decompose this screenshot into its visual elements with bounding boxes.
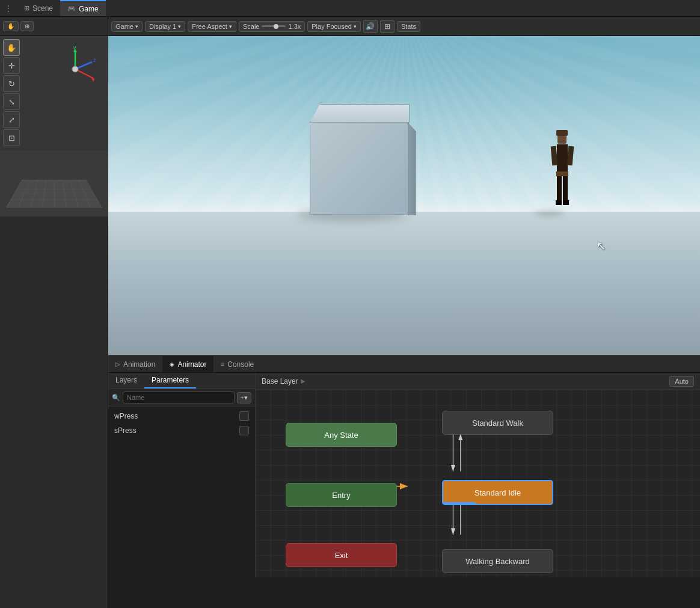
game-dropdown-arrow: ▾ <box>135 23 138 29</box>
char-foot-right <box>563 200 569 205</box>
breadcrumb-arrow: ▶ <box>301 378 305 384</box>
tab-game[interactable]: 🎮 Game <box>60 0 106 16</box>
standard-idle-node[interactable]: Standard Idle <box>442 480 553 505</box>
cube-front <box>310 121 409 215</box>
char-head <box>557 134 566 144</box>
char-hair <box>556 130 568 136</box>
scale-gizmo-btn[interactable]: ⤡ <box>3 93 20 110</box>
exit-node[interactable]: Exit <box>286 543 397 567</box>
tab-console-label: Console <box>227 360 254 369</box>
svg-marker-4 <box>91 78 95 82</box>
play-focused-dropdown[interactable]: Play Focused ▾ <box>307 21 361 32</box>
game-label: Game <box>115 23 134 30</box>
play-focused-label: Play Focused <box>312 23 352 30</box>
parameter-list: wPress sPress <box>108 407 255 440</box>
game-viewport[interactable]: ↖ <box>108 36 700 355</box>
floor-grid <box>6 180 102 207</box>
top-tab-more-scene[interactable]: ⋮ <box>0 4 17 13</box>
param-checkbox-spress[interactable] <box>239 426 249 435</box>
search-icon: 🔍 <box>112 394 120 402</box>
tab-game-label: Game <box>79 5 99 13</box>
param-item-wpress[interactable]: wPress <box>108 409 255 423</box>
aspect-label: Free Aspect <box>192 23 227 30</box>
move-gizmo-btn[interactable]: ✛ <box>3 57 20 74</box>
breadcrumb-label: Base Layer <box>262 377 298 385</box>
walking-backward-node[interactable]: Walking Backward <box>442 549 553 573</box>
scale-control: Scale 1.3x <box>239 21 305 32</box>
tab-scene[interactable]: ⊞ Scene <box>17 0 60 16</box>
animator-main: Base Layer ▶ Auto <box>256 373 700 577</box>
scale-value: 1.3x <box>288 23 301 30</box>
scene-toolbar: ✋ ⊕ <box>0 17 108 36</box>
main-layout: ✋ ⊕ ✋ ✛ ↻ ⤡ ⤢ ⊡ ⊕ y <box>0 17 700 608</box>
any-state-node[interactable]: Any State <box>286 423 397 447</box>
speaker-icon-btn[interactable]: 🔊 <box>363 20 378 33</box>
tab-animation[interactable]: ▷ Animation <box>108 356 162 372</box>
tab-scene-label: Scene <box>32 4 53 13</box>
scale-slider-thumb <box>274 24 278 29</box>
hand-tool-button[interactable]: ✋ <box>3 21 19 31</box>
sidebar-tab-layers[interactable]: Layers <box>108 373 144 388</box>
cube-top <box>310 104 410 123</box>
grid-icon-btn[interactable]: ⊞ <box>380 20 395 33</box>
tab-animation-label: Animation <box>123 360 155 369</box>
animation-tab-icon: ▷ <box>115 361 120 367</box>
expand-gizmo-btn[interactable]: ⤢ <box>3 111 20 128</box>
scene-panel: ✋ ⊕ ✋ ✛ ↻ ⤡ ⤢ ⊡ ⊕ y <box>0 17 108 608</box>
char-feet <box>556 200 569 205</box>
bottom-panel: ▷ Animation ◈ Animator ≡ Console <box>108 355 700 577</box>
scene-nav-area <box>0 150 108 216</box>
aspect-dropdown-arrow: ▾ <box>229 23 232 29</box>
scale-label: Scale <box>243 23 260 30</box>
scale-slider[interactable] <box>262 25 286 27</box>
cube-right <box>408 122 416 215</box>
axis-gizmo: y z <box>51 45 99 93</box>
add-param-button[interactable]: +▾ <box>237 392 251 404</box>
entry-node[interactable]: Entry <box>286 483 397 507</box>
character <box>548 134 576 218</box>
game-toolbar: Game ▾ Display 1 ▾ Free Aspect ▾ Scale 1… <box>108 17 700 36</box>
rotate-tool-button[interactable]: ⊕ <box>20 21 34 31</box>
state-machine-canvas[interactable]: Any State Entry Exit <box>256 390 700 577</box>
tab-console[interactable]: ≡ Console <box>213 356 261 372</box>
char-legs <box>557 176 568 200</box>
animator-search-row: 🔍 +▾ <box>108 389 255 407</box>
svg-text:z: z <box>93 57 96 63</box>
param-item-spress[interactable]: sPress <box>108 423 255 438</box>
animator-breadcrumb: Base Layer ▶ Auto <box>256 373 700 390</box>
display-dropdown[interactable]: Display 1 ▾ <box>145 21 185 32</box>
char-arm-right <box>566 146 574 166</box>
char-leg-right <box>563 176 568 200</box>
viewport-bottom-container: ↖ ▷ Animation ◈ Animator ≡ Consol <box>108 36 700 608</box>
right-content: Game ▾ Display 1 ▾ Free Aspect ▾ Scale 1… <box>108 17 700 608</box>
play-focused-arrow: ▾ <box>354 23 357 29</box>
svg-text:y: y <box>73 45 76 51</box>
svg-point-7 <box>72 66 78 72</box>
stats-button[interactable]: Stats <box>397 21 420 32</box>
auto-button[interactable]: Auto <box>669 376 694 387</box>
display-dropdown-arrow: ▾ <box>178 23 181 29</box>
char-leg-left <box>557 176 562 200</box>
hand-gizmo-btn[interactable]: ✋ <box>3 39 20 56</box>
bottom-tab-bar: ▷ Animation ◈ Animator ≡ Console <box>108 356 700 373</box>
idle-progress <box>443 502 476 504</box>
ground-plane <box>108 212 700 355</box>
game-tab-icon: 🎮 <box>67 5 76 13</box>
game-dropdown[interactable]: Game ▾ <box>111 21 143 32</box>
param-search-input[interactable] <box>123 392 235 404</box>
tab-animator[interactable]: ◈ Animator <box>162 356 213 372</box>
animator-layout: Layers Parameters 🔍 +▾ <box>108 373 700 577</box>
gizmo-area: ✋ ✛ ↻ ⤡ ⤢ ⊡ ⊕ y z <box>0 36 108 216</box>
aspect-dropdown[interactable]: Free Aspect ▾ <box>188 21 236 32</box>
param-checkbox-wpress[interactable] <box>239 411 249 421</box>
tab-animator-label: Animator <box>177 360 206 369</box>
char-foot-left <box>556 200 562 205</box>
top-tab-bar: ⋮ ⊞ Scene 🎮 Game <box>0 0 700 17</box>
sidebar-tab-parameters[interactable]: Parameters <box>144 373 196 388</box>
rotate-gizmo-btn[interactable]: ↻ <box>3 75 20 92</box>
transform-gizmo-btn[interactable]: ⊡ <box>3 129 20 146</box>
standard-walk-node[interactable]: Standard Walk <box>442 411 553 435</box>
param-name-spress: sPress <box>114 426 137 435</box>
animator-tab-icon: ◈ <box>170 361 174 367</box>
param-name-wpress: wPress <box>114 412 138 420</box>
